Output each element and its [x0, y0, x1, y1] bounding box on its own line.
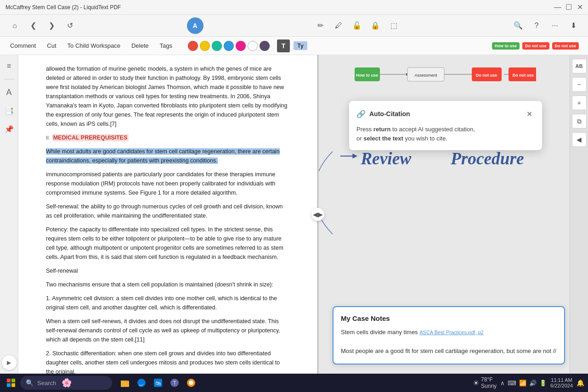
to-child-workspace-button[interactable]: To Child Workspace	[63, 40, 125, 51]
context-bar: Comment Cut To Child Workspace Delete Ta…	[0, 37, 588, 55]
main-area: ≡ A 📑 📌 ▶ allowed the formation of murin…	[0, 55, 588, 374]
color-white[interactable]	[248, 41, 258, 51]
svg-text:Do not use: Do not use	[513, 73, 534, 78]
sidebar-annotate-icon[interactable]: 📌	[2, 122, 17, 136]
tray-sound-icon[interactable]: 🔊	[529, 380, 537, 386]
svg-rect-16	[7, 383, 11, 387]
right-sidebar-copy-icon[interactable]: ⧉	[572, 114, 587, 129]
flowchart-node-red-2: Do not use	[552, 42, 579, 50]
right-sidebar-collapse-icon[interactable]: ◀	[572, 132, 587, 147]
color-dark[interactable]	[260, 41, 270, 51]
doc-para-5: Potency: the capacity to differentiate i…	[46, 225, 289, 262]
svg-text:T: T	[173, 381, 176, 386]
doc-para-1: allowed the formation of murine genetic …	[46, 64, 289, 129]
taskbar-search-text: Search	[37, 380, 56, 386]
lock-open-button[interactable]: 🔓	[350, 18, 364, 33]
tray-up-arrow[interactable]: ∧	[500, 380, 505, 386]
right-sidebar-add-icon[interactable]: +	[572, 95, 587, 110]
citation-link-1[interactable]: ASCA Best Practices.pdf, p2	[419, 330, 483, 335]
left-sidebar: ≡ A 📑 📌 ▶	[0, 55, 18, 374]
maximize-button[interactable]: ☐	[566, 5, 571, 10]
highlight-box[interactable]: Ty	[294, 41, 307, 50]
text-format-button[interactable]: T	[277, 39, 290, 52]
cut-button[interactable]: Cut	[42, 40, 61, 51]
selected-text: While most adults are good candidates fo…	[46, 148, 280, 164]
heading-highlight: MEDICAL PREREQUISITES	[52, 134, 129, 141]
popup-header: 🔗 Auto-Citation ✕	[356, 108, 535, 119]
notification-icon[interactable]: 🔔	[577, 379, 584, 386]
popup-close-button[interactable]: ✕	[524, 108, 535, 119]
popup-title-row: 🔗 Auto-Citation	[356, 110, 410, 118]
svg-rect-15	[11, 379, 15, 382]
window-title: McCaffrey Stem Cell Case (2) - LiquidTex…	[6, 4, 121, 11]
svg-rect-17	[11, 383, 15, 387]
svg-text:Procedure: Procedure	[450, 149, 524, 168]
color-pink[interactable]	[236, 41, 246, 51]
close-button[interactable]: ✕	[577, 5, 582, 10]
clock-time: 11:11 AM	[550, 377, 573, 383]
home-button[interactable]: ⌂	[7, 18, 22, 33]
help-button[interactable]: ?	[529, 18, 544, 33]
color-red[interactable]	[188, 41, 198, 51]
case-notes-line2: Most people are a good fit for stem cell…	[341, 347, 556, 354]
doc-para-8: When a stem cell self-renews, it divides…	[46, 317, 289, 344]
tray-network-icon[interactable]: 📶	[519, 380, 526, 386]
flowchart-node-green: How to use	[492, 42, 520, 50]
delete-button[interactable]: Delete	[127, 40, 153, 51]
document-area[interactable]: allowed the formation of murine genetic …	[18, 55, 317, 374]
color-teal[interactable]	[212, 41, 222, 51]
select-text-bold: select the text	[363, 135, 403, 142]
tray-battery-icon: 🔋	[539, 380, 547, 386]
doc-para-6: Two mechanisms ensure that a stem cell p…	[46, 280, 289, 289]
svg-rect-20	[121, 381, 124, 382]
svg-text:Review: Review	[360, 149, 412, 168]
taskbar-file-explorer[interactable]	[118, 375, 132, 390]
svg-text:Assessment: Assessment	[414, 73, 437, 78]
svg-rect-19	[121, 382, 129, 387]
svg-text:🛍: 🛍	[155, 380, 161, 386]
weather-display: ☀ 78°F Sunny	[473, 376, 497, 389]
profile-button[interactable]: A	[187, 17, 204, 34]
sidebar-collapse-icon[interactable]: ≡	[2, 59, 17, 73]
start-button[interactable]	[4, 375, 18, 390]
search-button[interactable]: 🔍	[511, 18, 526, 33]
svg-text:How to use: How to use	[356, 73, 378, 78]
right-sidebar-zoom-out-icon[interactable]: −	[572, 77, 587, 92]
sidebar-text-icon[interactable]: A	[2, 85, 17, 100]
lock-button[interactable]: 🔒	[368, 18, 383, 33]
back-button[interactable]: ❮	[26, 18, 40, 33]
taskbar-search[interactable]: 🔍 Search 🌸	[20, 376, 112, 390]
shape-button[interactable]: ⬚	[386, 18, 401, 33]
taskbar-clock[interactable]: 11:11 AM 6/22/2024	[550, 377, 573, 388]
case-notes-title: My Case Notes	[341, 314, 557, 322]
taskbar-apps: 🛍 T	[118, 375, 198, 390]
panel-divider-arrow[interactable]: ◀▶	[311, 208, 324, 221]
undo-button[interactable]: ↺	[62, 18, 77, 33]
title-bar: McCaffrey Stem Cell Case (2) - LiquidTex…	[0, 0, 588, 15]
taskbar-store[interactable]: 🛍	[151, 375, 165, 390]
temperature: 78°F	[481, 376, 497, 383]
color-yellow[interactable]	[200, 41, 210, 51]
forward-button[interactable]: ❯	[44, 18, 59, 33]
tags-button[interactable]: Tags	[155, 40, 177, 51]
svg-text:Do not use: Do not use	[476, 73, 498, 78]
case-notes-panel[interactable]: My Case Notes Stem cells divide many tim…	[333, 306, 565, 364]
sidebar-expand-btn[interactable]: ▶	[2, 355, 17, 370]
pen-tool-button[interactable]: ✏	[313, 18, 328, 33]
popup-title: Auto-Citation	[369, 110, 410, 118]
popup-body: Press return to accept AI suggested cita…	[356, 125, 535, 143]
case-notes-line1: Stem cells divide many times	[341, 329, 418, 336]
more-button[interactable]: ···	[548, 18, 562, 33]
minimize-button[interactable]: —	[555, 5, 560, 10]
sidebar-bookmark-icon[interactable]: 📑	[2, 103, 17, 118]
comment-button[interactable]: Comment	[6, 40, 40, 51]
color-blue[interactable]	[224, 41, 234, 51]
taskbar-app5[interactable]	[184, 375, 198, 390]
window-controls: — ☐ ✕	[555, 5, 582, 10]
doc-para-3: immunocompromised patients are particula…	[46, 170, 289, 197]
highlight-tool-button[interactable]: 🖊	[331, 18, 346, 33]
taskbar-edge[interactable]	[134, 375, 149, 390]
right-sidebar-ab-icon[interactable]: AB	[572, 59, 587, 73]
download-button[interactable]: ⬇	[566, 18, 581, 33]
taskbar-chat[interactable]: T	[167, 375, 182, 390]
